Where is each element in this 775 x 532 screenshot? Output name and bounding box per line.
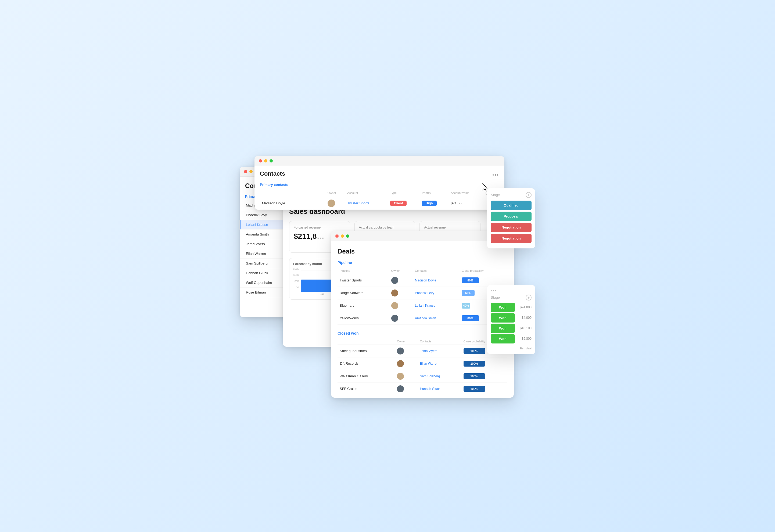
cw-link-1[interactable]: Elian Warren [420,362,438,365]
cw-link-0[interactable]: Jamal Ayers [420,349,437,353]
ct-row-1: Phoenix Levy Ridge Software Lead High $1… [260,209,499,210]
th-cw-pipeline [337,338,395,345]
cw-name-1: Zift Records [337,357,395,370]
stage-won-1[interactable]: Won [491,313,515,323]
cw-row-3: SFF Cruise Hannah Gluck 100% [337,382,507,395]
ct-tl-red[interactable] [259,159,262,162]
stage-item-negotiation-2[interactable]: Negotiation [491,234,532,243]
contacts-table-content: Contacts ••• Primary contacts Owner Acco… [254,166,505,210]
th-owner: Owner [325,189,345,197]
pipeline-owner-3 [389,312,413,324]
ct-name-0: Madison Doyle [260,197,325,209]
cw-owner-1 [395,357,418,370]
contacts-table-window: Contacts ••• Primary contacts Owner Acco… [254,156,505,210]
contact-link-1[interactable]: Phoenix Levy [415,291,434,295]
prob-bar-3: 80% [462,315,483,321]
tl-yellow[interactable] [249,170,252,173]
cw-contact-1: Elian Warren [418,357,461,370]
stage-won-0[interactable]: Won [491,303,515,312]
prob-bar-1: 60% [462,290,483,296]
th-cw-contacts: Contacts [418,338,461,345]
contact-name-6: Sam Spillberg [246,261,268,265]
cw-prob-1: 100% [462,357,507,370]
contact-name-7: Hannah Gluck [246,271,268,275]
deals-window: Deals Pipeline Pipeline Owner Contacts C… [331,231,514,398]
prob-bar-0: 80% [462,277,483,283]
cw-avatar-2 [397,373,404,380]
ct-account-link-0[interactable]: Twister Sports [347,201,369,205]
contact-link-3[interactable]: Amanda Smith [415,316,436,320]
stage-won-3[interactable]: Won [491,334,515,343]
cw-contact-2: Sam Spillberg [418,370,461,382]
contact-name-5: Elian Warren [246,252,266,256]
th-priority: Priority [420,189,449,197]
ct-section-label: Primary contacts [260,183,499,187]
contact-link-2[interactable]: Leilani Krause [415,304,435,307]
est-deal-2: $18,100 [517,326,532,330]
stage-item-qualified[interactable]: Qualified [491,201,532,210]
th-name [260,189,325,197]
deals-title: Deals [337,248,507,255]
deals-titlebar [331,231,514,241]
ct-owner-1 [325,209,345,210]
cw-name-2: Waissman Gallery [337,370,395,382]
prob-bar-2: 40% [462,303,483,309]
ct-type-badge-0: Client [390,201,407,206]
cw-owner-3 [395,382,418,395]
cw-link-2[interactable]: Sam Spillberg [420,374,440,378]
ct-tl-green[interactable] [269,159,273,162]
pipeline-table: Pipeline Owner Contacts Close probabilit… [337,267,507,325]
actual-revenue-label: Actual revenue [424,226,476,229]
est-deal-0: $24,000 [517,305,532,309]
stage-panel-2-dots[interactable]: ••• [491,289,497,293]
deals-content: Deals Pipeline Pipeline Owner Contacts C… [331,241,514,397]
th-pipeline: Pipeline [337,267,389,274]
cw-prob-3: 100% [462,382,507,395]
avatar-1 [391,289,398,296]
pipeline-row-3: Yellowworks Amanda Smith 80% [337,312,507,324]
forecasted-revenue-label: Forcasted revenue [294,226,345,229]
stage-add-btn-2[interactable]: + [526,295,532,301]
prob-fill-2: 40% [462,303,470,309]
ct-priority-0: High [420,197,449,209]
deals-tl-green[interactable] [346,234,349,238]
ct-account-1: Ridge Software [345,209,388,210]
pipeline-prob-0: 80% [460,274,507,287]
cw-bar-1: 100% [464,361,485,367]
est-deal-1: $4,000 [517,316,532,320]
cw-link-3[interactable]: Hannah Gluck [420,387,440,391]
ct-priority-badge-0: High [422,201,437,206]
stage-won-2[interactable]: Won [491,324,515,333]
pipeline-label: Pipeline [337,260,507,265]
th-cw-owner: Owner [395,338,418,345]
tl-red[interactable] [244,170,247,173]
ct-owner-0 [325,197,345,209]
stage-item-negotiation-1[interactable]: Negotiation [491,223,532,232]
deals-tl-yellow[interactable] [341,234,344,238]
cw-fill-2: 100% [464,373,485,379]
est-deal-3: $5,800 [517,337,532,341]
cw-name-3: SFF Cruise [337,382,395,395]
cw-prob-2: 100% [462,370,507,382]
closed-won-label: Closed won [337,331,507,335]
cw-owner-2 [395,370,418,382]
contact-name-2: Leilani Krause [246,223,268,227]
stage-item-proposal[interactable]: Proposal [491,212,532,221]
avatar-2 [391,302,398,309]
cw-bar-0: 100% [464,348,485,354]
cw-row-1: Zift Records Elian Warren 100% [337,357,507,370]
th-value: Account value [449,189,484,197]
quota-label: Actual vs. quota by team [359,226,411,229]
cw-avatar-0 [397,348,404,354]
stage-panel-1-header: Stage + [491,192,532,198]
stage-add-btn-1[interactable]: + [526,192,532,198]
stage-label-2: Stage [491,295,500,299]
contact-name-1: Phoenix Levy [246,213,267,217]
contact-link-0[interactable]: Madison Doyle [415,278,436,282]
pipeline-contact-2: Leilani Krause [413,299,460,312]
deals-tl-red[interactable] [335,234,338,238]
prob-fill-3: 80% [462,315,479,321]
ct-menu-dots[interactable]: ••• [492,172,499,178]
ct-tl-yellow[interactable] [264,159,267,162]
prob-fill-0: 80% [462,277,479,283]
